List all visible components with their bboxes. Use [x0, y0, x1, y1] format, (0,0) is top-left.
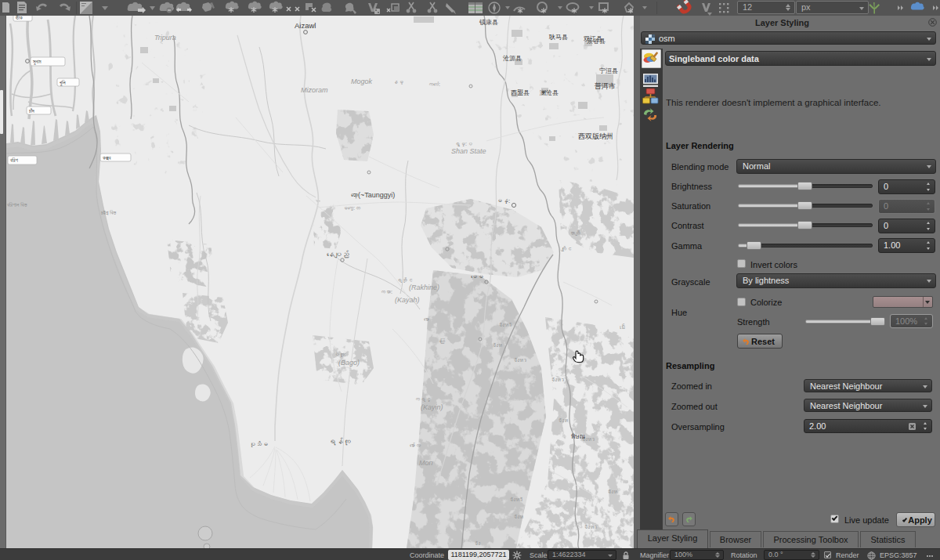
svg-text:বরিশ: বরিশ	[9, 157, 18, 163]
svg-text:ကလေံ:: ကလေံ:	[428, 81, 440, 87]
svg-text:จังหว: จังหว	[551, 377, 564, 382]
svg-text:จังห: จังห	[514, 514, 524, 519]
svg-text:พิษณ: พิษณ	[571, 433, 586, 440]
svg-text:景谷县: 景谷县	[587, 38, 606, 45]
svg-text:ယြေ: ယြေ	[439, 338, 445, 344]
svg-text:Mizoram: Mizoram	[301, 86, 328, 94]
svg-text:နမ့: နမ့	[392, 79, 403, 85]
svg-text:ရန်ကု: ရန်ကု	[328, 437, 351, 446]
svg-text:Mogok: Mogok	[351, 78, 373, 85]
svg-text:ကယာ:: ကယာ:	[380, 289, 392, 294]
svg-text:ပဲခူ:: ပဲခူ:	[334, 351, 346, 357]
svg-text:耿马县: 耿马县	[548, 34, 568, 41]
svg-text:จังห: จังห	[493, 342, 503, 348]
svg-text:澜沧县: 澜沧县	[540, 89, 559, 96]
svg-text:မကွေ:တ: မကွေ:တ	[342, 205, 360, 211]
svg-text:Mon: Mon	[419, 459, 433, 467]
svg-text:ရခိုင: ရခိုင	[396, 276, 413, 283]
svg-text:(Kayin): (Kayin)	[421, 403, 443, 411]
svg-text:ကျိုင: ကျိုင	[561, 245, 572, 251]
svg-text:တာချီ: တာချီ	[569, 229, 580, 236]
svg-text:বরিশাল বিভ: বরিশাল বিভ	[6, 202, 27, 208]
svg-text:ကရင္: ကရင္	[414, 396, 431, 402]
svg-text:จังหว: จังหว	[514, 357, 526, 363]
svg-text:西双版纳州: 西双版纳州	[578, 132, 613, 140]
svg-text:沧源县: 沧源县	[502, 55, 522, 62]
svg-text:မော: မော	[424, 316, 429, 322]
svg-text:宁洹县: 宁洹县	[599, 67, 618, 74]
svg-text:镇康县: 镇康县	[479, 19, 498, 26]
svg-text:จัง: จัง	[475, 540, 481, 546]
svg-text:မော်လ: မော်လ	[410, 442, 421, 448]
svg-text:မန္:: မန္:	[496, 197, 510, 204]
svg-text:কক্সব: কক্সব	[102, 155, 111, 161]
svg-text:จังห: จังห	[559, 417, 569, 423]
svg-text:普洱市: 普洱市	[594, 82, 616, 90]
svg-text:จังหวั: จังหวั	[510, 497, 522, 502]
svg-text:ရွမ္:ပ: ရွမ္:ပ	[454, 141, 472, 146]
svg-text:(Bago): (Bago)	[338, 359, 360, 367]
svg-text:চট্টগ্র বিভ: চট্টগ্র বিভ	[100, 210, 117, 215]
svg-text:จังหวั: จังหวั	[499, 322, 512, 327]
svg-text:ঊাক: ঊাক	[15, 16, 23, 20]
svg-text:จังหว: จังหว	[584, 524, 597, 529]
svg-text:চাঁদ: চাঁদ	[28, 108, 34, 114]
svg-text:(Rakhine): (Rakhine)	[409, 284, 439, 291]
svg-text:မေမ: မေမ	[471, 273, 483, 280]
svg-text:Aizawl: Aizawl	[295, 21, 316, 30]
svg-text:နေပျည်: နေပျည်	[327, 250, 349, 258]
svg-text:ပုသိမ: ပုသိမ	[249, 441, 268, 448]
svg-text:เม็: เม็	[620, 323, 625, 330]
svg-text:Shan State: Shan State	[451, 147, 486, 155]
svg-text:西盟县: 西盟县	[511, 89, 530, 96]
svg-text:Tripura: Tripura	[154, 34, 176, 42]
svg-text:(Kayah): (Kayah)	[395, 296, 420, 304]
svg-text:တော့(~Taunggyi): တော့(~Taunggyi)	[351, 191, 395, 199]
svg-text:จังห: จังห	[608, 489, 618, 494]
